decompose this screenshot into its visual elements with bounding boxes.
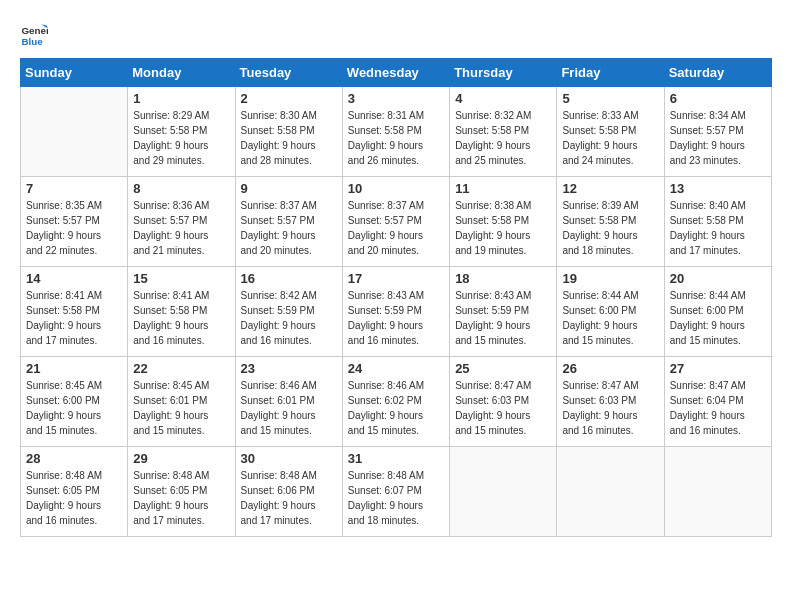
calendar-cell: 26Sunrise: 8:47 AMSunset: 6:03 PMDayligh… <box>557 357 664 447</box>
day-info: Sunrise: 8:47 AMSunset: 6:03 PMDaylight:… <box>562 378 658 438</box>
calendar-header: SundayMondayTuesdayWednesdayThursdayFrid… <box>21 59 772 87</box>
day-number: 2 <box>241 91 337 106</box>
calendar-cell: 1Sunrise: 8:29 AMSunset: 5:58 PMDaylight… <box>128 87 235 177</box>
day-number: 1 <box>133 91 229 106</box>
calendar-cell: 30Sunrise: 8:48 AMSunset: 6:06 PMDayligh… <box>235 447 342 537</box>
day-number: 5 <box>562 91 658 106</box>
calendar-week-row: 14Sunrise: 8:41 AMSunset: 5:58 PMDayligh… <box>21 267 772 357</box>
day-number: 4 <box>455 91 551 106</box>
day-number: 23 <box>241 361 337 376</box>
weekday-header: Friday <box>557 59 664 87</box>
calendar-cell: 27Sunrise: 8:47 AMSunset: 6:04 PMDayligh… <box>664 357 771 447</box>
day-info: Sunrise: 8:48 AMSunset: 6:05 PMDaylight:… <box>133 468 229 528</box>
day-number: 18 <box>455 271 551 286</box>
calendar-cell: 16Sunrise: 8:42 AMSunset: 5:59 PMDayligh… <box>235 267 342 357</box>
calendar-cell: 12Sunrise: 8:39 AMSunset: 5:58 PMDayligh… <box>557 177 664 267</box>
calendar-cell: 28Sunrise: 8:48 AMSunset: 6:05 PMDayligh… <box>21 447 128 537</box>
day-info: Sunrise: 8:47 AMSunset: 6:04 PMDaylight:… <box>670 378 766 438</box>
calendar-cell: 22Sunrise: 8:45 AMSunset: 6:01 PMDayligh… <box>128 357 235 447</box>
day-number: 10 <box>348 181 444 196</box>
calendar-cell: 2Sunrise: 8:30 AMSunset: 5:58 PMDaylight… <box>235 87 342 177</box>
calendar-cell: 29Sunrise: 8:48 AMSunset: 6:05 PMDayligh… <box>128 447 235 537</box>
day-info: Sunrise: 8:47 AMSunset: 6:03 PMDaylight:… <box>455 378 551 438</box>
day-info: Sunrise: 8:29 AMSunset: 5:58 PMDaylight:… <box>133 108 229 168</box>
day-info: Sunrise: 8:46 AMSunset: 6:02 PMDaylight:… <box>348 378 444 438</box>
calendar-cell: 25Sunrise: 8:47 AMSunset: 6:03 PMDayligh… <box>450 357 557 447</box>
calendar-cell: 15Sunrise: 8:41 AMSunset: 5:58 PMDayligh… <box>128 267 235 357</box>
day-number: 26 <box>562 361 658 376</box>
calendar-cell: 18Sunrise: 8:43 AMSunset: 5:59 PMDayligh… <box>450 267 557 357</box>
day-number: 16 <box>241 271 337 286</box>
calendar-cell: 11Sunrise: 8:38 AMSunset: 5:58 PMDayligh… <box>450 177 557 267</box>
weekday-header: Thursday <box>450 59 557 87</box>
day-number: 24 <box>348 361 444 376</box>
calendar-cell: 20Sunrise: 8:44 AMSunset: 6:00 PMDayligh… <box>664 267 771 357</box>
day-info: Sunrise: 8:37 AMSunset: 5:57 PMDaylight:… <box>348 198 444 258</box>
day-number: 9 <box>241 181 337 196</box>
day-info: Sunrise: 8:48 AMSunset: 6:07 PMDaylight:… <box>348 468 444 528</box>
day-number: 31 <box>348 451 444 466</box>
day-number: 21 <box>26 361 122 376</box>
day-number: 15 <box>133 271 229 286</box>
day-info: Sunrise: 8:48 AMSunset: 6:05 PMDaylight:… <box>26 468 122 528</box>
calendar-cell: 9Sunrise: 8:37 AMSunset: 5:57 PMDaylight… <box>235 177 342 267</box>
day-number: 8 <box>133 181 229 196</box>
calendar-cell: 6Sunrise: 8:34 AMSunset: 5:57 PMDaylight… <box>664 87 771 177</box>
day-info: Sunrise: 8:43 AMSunset: 5:59 PMDaylight:… <box>455 288 551 348</box>
day-info: Sunrise: 8:42 AMSunset: 5:59 PMDaylight:… <box>241 288 337 348</box>
day-info: Sunrise: 8:46 AMSunset: 6:01 PMDaylight:… <box>241 378 337 438</box>
day-number: 22 <box>133 361 229 376</box>
calendar-cell: 7Sunrise: 8:35 AMSunset: 5:57 PMDaylight… <box>21 177 128 267</box>
svg-text:Blue: Blue <box>21 36 43 47</box>
weekday-header: Monday <box>128 59 235 87</box>
calendar-body: 1Sunrise: 8:29 AMSunset: 5:58 PMDaylight… <box>21 87 772 537</box>
logo-icon: General Blue <box>20 20 48 48</box>
day-info: Sunrise: 8:40 AMSunset: 5:58 PMDaylight:… <box>670 198 766 258</box>
calendar-week-row: 28Sunrise: 8:48 AMSunset: 6:05 PMDayligh… <box>21 447 772 537</box>
weekday-header: Sunday <box>21 59 128 87</box>
day-number: 19 <box>562 271 658 286</box>
day-number: 7 <box>26 181 122 196</box>
day-info: Sunrise: 8:45 AMSunset: 6:00 PMDaylight:… <box>26 378 122 438</box>
calendar-cell: 21Sunrise: 8:45 AMSunset: 6:00 PMDayligh… <box>21 357 128 447</box>
calendar-week-row: 7Sunrise: 8:35 AMSunset: 5:57 PMDaylight… <box>21 177 772 267</box>
day-info: Sunrise: 8:31 AMSunset: 5:58 PMDaylight:… <box>348 108 444 168</box>
calendar-table: SundayMondayTuesdayWednesdayThursdayFrid… <box>20 58 772 537</box>
logo: General Blue <box>20 20 48 48</box>
calendar-cell: 5Sunrise: 8:33 AMSunset: 5:58 PMDaylight… <box>557 87 664 177</box>
day-number: 3 <box>348 91 444 106</box>
calendar-cell: 23Sunrise: 8:46 AMSunset: 6:01 PMDayligh… <box>235 357 342 447</box>
day-info: Sunrise: 8:39 AMSunset: 5:58 PMDaylight:… <box>562 198 658 258</box>
calendar-cell: 31Sunrise: 8:48 AMSunset: 6:07 PMDayligh… <box>342 447 449 537</box>
calendar-cell: 14Sunrise: 8:41 AMSunset: 5:58 PMDayligh… <box>21 267 128 357</box>
day-number: 12 <box>562 181 658 196</box>
calendar-cell: 10Sunrise: 8:37 AMSunset: 5:57 PMDayligh… <box>342 177 449 267</box>
day-info: Sunrise: 8:43 AMSunset: 5:59 PMDaylight:… <box>348 288 444 348</box>
calendar-cell <box>450 447 557 537</box>
day-info: Sunrise: 8:45 AMSunset: 6:01 PMDaylight:… <box>133 378 229 438</box>
day-info: Sunrise: 8:44 AMSunset: 6:00 PMDaylight:… <box>562 288 658 348</box>
page-header: General Blue <box>20 20 772 48</box>
day-info: Sunrise: 8:33 AMSunset: 5:58 PMDaylight:… <box>562 108 658 168</box>
day-info: Sunrise: 8:36 AMSunset: 5:57 PMDaylight:… <box>133 198 229 258</box>
day-number: 17 <box>348 271 444 286</box>
calendar-cell: 24Sunrise: 8:46 AMSunset: 6:02 PMDayligh… <box>342 357 449 447</box>
calendar-cell: 3Sunrise: 8:31 AMSunset: 5:58 PMDaylight… <box>342 87 449 177</box>
calendar-cell: 13Sunrise: 8:40 AMSunset: 5:58 PMDayligh… <box>664 177 771 267</box>
day-number: 13 <box>670 181 766 196</box>
weekday-header: Wednesday <box>342 59 449 87</box>
day-number: 27 <box>670 361 766 376</box>
day-number: 28 <box>26 451 122 466</box>
calendar-cell <box>557 447 664 537</box>
day-number: 6 <box>670 91 766 106</box>
day-info: Sunrise: 8:30 AMSunset: 5:58 PMDaylight:… <box>241 108 337 168</box>
day-info: Sunrise: 8:48 AMSunset: 6:06 PMDaylight:… <box>241 468 337 528</box>
day-number: 11 <box>455 181 551 196</box>
calendar-cell: 19Sunrise: 8:44 AMSunset: 6:00 PMDayligh… <box>557 267 664 357</box>
calendar-cell: 4Sunrise: 8:32 AMSunset: 5:58 PMDaylight… <box>450 87 557 177</box>
day-info: Sunrise: 8:41 AMSunset: 5:58 PMDaylight:… <box>133 288 229 348</box>
day-info: Sunrise: 8:32 AMSunset: 5:58 PMDaylight:… <box>455 108 551 168</box>
calendar-cell: 17Sunrise: 8:43 AMSunset: 5:59 PMDayligh… <box>342 267 449 357</box>
weekday-header: Tuesday <box>235 59 342 87</box>
svg-text:General: General <box>21 25 48 36</box>
